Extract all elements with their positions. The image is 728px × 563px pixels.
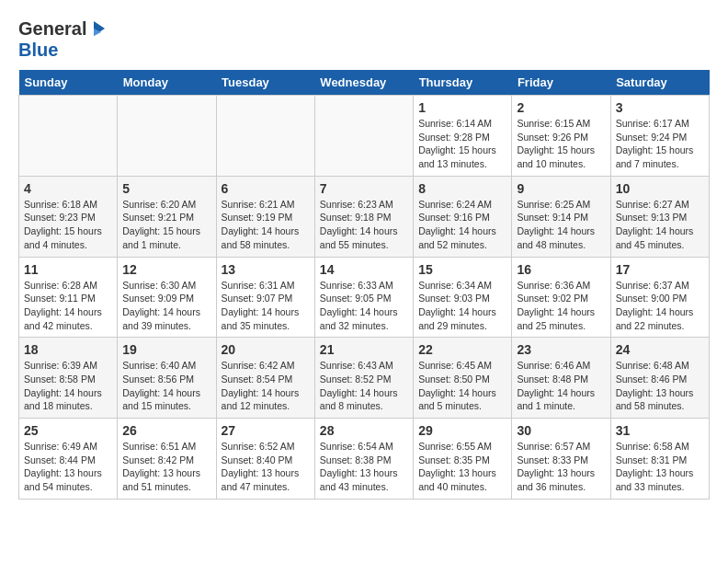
calendar-day: 1Sunrise: 6:14 AM Sunset: 9:28 PM Daylig…	[414, 96, 512, 177]
calendar-day: 9Sunrise: 6:25 AM Sunset: 9:14 PM Daylig…	[512, 176, 610, 257]
day-number: 13	[222, 262, 310, 277]
weekday-header: Friday	[512, 70, 610, 96]
day-info: Sunrise: 6:52 AM Sunset: 8:40 PM Dayligh…	[222, 440, 310, 494]
logo-icon	[88, 19, 108, 40]
day-number: 5	[122, 181, 210, 196]
day-number: 2	[517, 100, 605, 115]
day-info: Sunrise: 6:23 AM Sunset: 9:18 PM Dayligh…	[320, 198, 408, 252]
calendar-day: 20Sunrise: 6:42 AM Sunset: 8:54 PM Dayli…	[216, 338, 314, 419]
day-number: 1	[418, 100, 506, 115]
calendar-day: 13Sunrise: 6:31 AM Sunset: 9:07 PM Dayli…	[216, 257, 314, 338]
calendar-week: 4Sunrise: 6:18 AM Sunset: 9:23 PM Daylig…	[19, 176, 710, 257]
day-info: Sunrise: 6:54 AM Sunset: 8:38 PM Dayligh…	[320, 440, 408, 494]
calendar-day: 29Sunrise: 6:55 AM Sunset: 8:35 PM Dayli…	[414, 419, 512, 500]
day-number: 11	[24, 262, 112, 277]
weekday-header: Thursday	[414, 70, 512, 96]
day-number: 9	[517, 181, 605, 196]
calendar-day: 12Sunrise: 6:30 AM Sunset: 9:09 PM Dayli…	[118, 257, 216, 338]
calendar-day	[118, 96, 216, 177]
day-info: Sunrise: 6:17 AM Sunset: 9:24 PM Dayligh…	[616, 117, 704, 171]
day-number: 18	[24, 342, 112, 357]
day-number: 25	[24, 423, 112, 438]
day-info: Sunrise: 6:39 AM Sunset: 8:58 PM Dayligh…	[24, 359, 112, 413]
calendar-day: 15Sunrise: 6:34 AM Sunset: 9:03 PM Dayli…	[414, 257, 512, 338]
weekday-header: Wednesday	[314, 70, 413, 96]
calendar-table: SundayMondayTuesdayWednesdayThursdayFrid…	[18, 70, 710, 500]
day-number: 3	[616, 100, 704, 115]
weekday-header: Monday	[118, 70, 216, 96]
day-info: Sunrise: 6:20 AM Sunset: 9:21 PM Dayligh…	[122, 198, 210, 252]
day-info: Sunrise: 6:42 AM Sunset: 8:54 PM Dayligh…	[222, 359, 310, 413]
calendar-day: 16Sunrise: 6:36 AM Sunset: 9:02 PM Dayli…	[512, 257, 610, 338]
weekday-header: Sunday	[19, 70, 118, 96]
day-info: Sunrise: 6:36 AM Sunset: 9:02 PM Dayligh…	[517, 279, 605, 333]
day-number: 15	[418, 262, 506, 277]
day-number: 14	[320, 262, 408, 277]
day-number: 12	[122, 262, 210, 277]
day-number: 21	[320, 342, 408, 357]
day-info: Sunrise: 6:58 AM Sunset: 8:31 PM Dayligh…	[616, 440, 704, 494]
calendar-body: 1Sunrise: 6:14 AM Sunset: 9:28 PM Daylig…	[19, 96, 710, 500]
logo: General Blue	[18, 18, 108, 61]
day-info: Sunrise: 6:25 AM Sunset: 9:14 PM Dayligh…	[517, 198, 605, 252]
day-number: 4	[24, 181, 112, 196]
calendar-week: 1Sunrise: 6:14 AM Sunset: 9:28 PM Daylig…	[19, 96, 710, 177]
day-number: 29	[418, 423, 506, 438]
calendar-day: 14Sunrise: 6:33 AM Sunset: 9:05 PM Dayli…	[314, 257, 413, 338]
calendar-day: 10Sunrise: 6:27 AM Sunset: 9:13 PM Dayli…	[610, 176, 709, 257]
day-number: 22	[418, 342, 506, 357]
day-number: 20	[222, 342, 310, 357]
day-info: Sunrise: 6:43 AM Sunset: 8:52 PM Dayligh…	[320, 359, 408, 413]
day-info: Sunrise: 6:48 AM Sunset: 8:46 PM Dayligh…	[616, 359, 704, 413]
day-info: Sunrise: 6:30 AM Sunset: 9:09 PM Dayligh…	[122, 279, 210, 333]
day-number: 19	[122, 342, 210, 357]
day-number: 6	[222, 181, 310, 196]
calendar-header: SundayMondayTuesdayWednesdayThursdayFrid…	[19, 70, 710, 96]
calendar-day: 8Sunrise: 6:24 AM Sunset: 9:16 PM Daylig…	[414, 176, 512, 257]
day-info: Sunrise: 6:49 AM Sunset: 8:44 PM Dayligh…	[24, 440, 112, 494]
page-header: General Blue	[18, 18, 710, 61]
calendar-day	[216, 96, 314, 177]
day-info: Sunrise: 6:37 AM Sunset: 9:00 PM Dayligh…	[616, 279, 704, 333]
day-number: 24	[616, 342, 704, 357]
calendar-day: 7Sunrise: 6:23 AM Sunset: 9:18 PM Daylig…	[314, 176, 413, 257]
day-info: Sunrise: 6:51 AM Sunset: 8:42 PM Dayligh…	[122, 440, 210, 494]
calendar-day: 28Sunrise: 6:54 AM Sunset: 8:38 PM Dayli…	[314, 419, 413, 500]
day-info: Sunrise: 6:21 AM Sunset: 9:19 PM Dayligh…	[222, 198, 310, 252]
day-info: Sunrise: 6:27 AM Sunset: 9:13 PM Dayligh…	[616, 198, 704, 252]
day-info: Sunrise: 6:31 AM Sunset: 9:07 PM Dayligh…	[222, 279, 310, 333]
logo-general: General	[18, 18, 86, 40]
calendar-day	[314, 96, 413, 177]
weekday-header: Saturday	[610, 70, 709, 96]
calendar-day: 17Sunrise: 6:37 AM Sunset: 9:00 PM Dayli…	[610, 257, 709, 338]
calendar-day: 18Sunrise: 6:39 AM Sunset: 8:58 PM Dayli…	[19, 338, 118, 419]
calendar-day: 25Sunrise: 6:49 AM Sunset: 8:44 PM Dayli…	[19, 419, 118, 500]
day-number: 27	[222, 423, 310, 438]
day-number: 30	[517, 423, 605, 438]
day-info: Sunrise: 6:55 AM Sunset: 8:35 PM Dayligh…	[418, 440, 506, 494]
day-number: 16	[517, 262, 605, 277]
day-number: 31	[616, 423, 704, 438]
calendar-day: 2Sunrise: 6:15 AM Sunset: 9:26 PM Daylig…	[512, 96, 610, 177]
day-info: Sunrise: 6:40 AM Sunset: 8:56 PM Dayligh…	[122, 359, 210, 413]
calendar-day: 22Sunrise: 6:45 AM Sunset: 8:50 PM Dayli…	[414, 338, 512, 419]
day-number: 28	[320, 423, 408, 438]
calendar-day: 19Sunrise: 6:40 AM Sunset: 8:56 PM Dayli…	[118, 338, 216, 419]
day-info: Sunrise: 6:34 AM Sunset: 9:03 PM Dayligh…	[418, 279, 506, 333]
day-info: Sunrise: 6:15 AM Sunset: 9:26 PM Dayligh…	[517, 117, 605, 171]
calendar-week: 11Sunrise: 6:28 AM Sunset: 9:11 PM Dayli…	[19, 257, 710, 338]
day-info: Sunrise: 6:24 AM Sunset: 9:16 PM Dayligh…	[418, 198, 506, 252]
day-info: Sunrise: 6:14 AM Sunset: 9:28 PM Dayligh…	[418, 117, 506, 171]
calendar-day: 26Sunrise: 6:51 AM Sunset: 8:42 PM Dayli…	[118, 419, 216, 500]
header-row: SundayMondayTuesdayWednesdayThursdayFrid…	[19, 70, 710, 96]
calendar-week: 18Sunrise: 6:39 AM Sunset: 8:58 PM Dayli…	[19, 338, 710, 419]
calendar-day: 23Sunrise: 6:46 AM Sunset: 8:48 PM Dayli…	[512, 338, 610, 419]
calendar-week: 25Sunrise: 6:49 AM Sunset: 8:44 PM Dayli…	[19, 419, 710, 500]
calendar-day: 11Sunrise: 6:28 AM Sunset: 9:11 PM Dayli…	[19, 257, 118, 338]
day-info: Sunrise: 6:28 AM Sunset: 9:11 PM Dayligh…	[24, 279, 112, 333]
day-number: 10	[616, 181, 704, 196]
day-info: Sunrise: 6:46 AM Sunset: 8:48 PM Dayligh…	[517, 359, 605, 413]
calendar-day: 4Sunrise: 6:18 AM Sunset: 9:23 PM Daylig…	[19, 176, 118, 257]
day-number: 17	[616, 262, 704, 277]
calendar-day: 24Sunrise: 6:48 AM Sunset: 8:46 PM Dayli…	[610, 338, 709, 419]
